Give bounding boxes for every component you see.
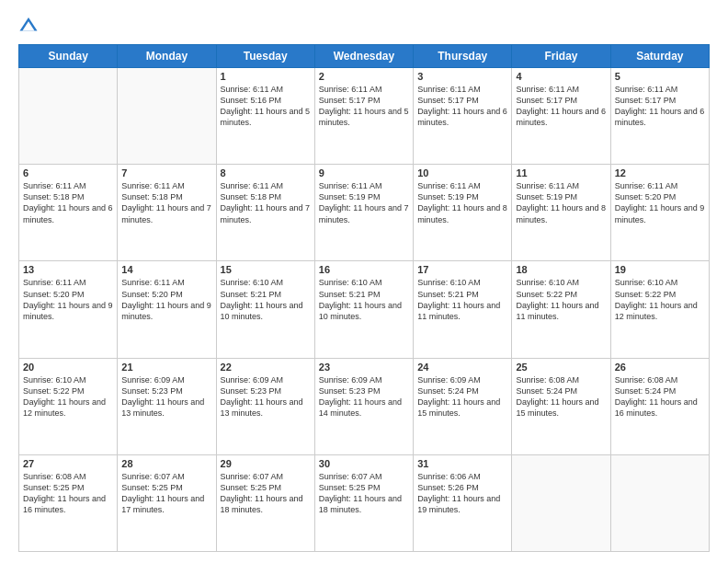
day-number: 7 bbox=[121, 167, 211, 178]
day-number: 22 bbox=[221, 362, 311, 373]
day-cell: 19Sunrise: 6:10 AM Sunset: 5:22 PM Dayli… bbox=[610, 261, 709, 358]
day-cell: 11Sunrise: 6:11 AM Sunset: 5:19 PM Dayli… bbox=[512, 165, 610, 261]
day-number: 1 bbox=[221, 71, 311, 82]
day-cell: 26Sunrise: 6:08 AM Sunset: 5:24 PM Dayli… bbox=[610, 358, 709, 454]
day-number: 5 bbox=[615, 71, 705, 82]
day-number: 17 bbox=[417, 264, 507, 275]
day-info: Sunrise: 6:08 AM Sunset: 5:25 PM Dayligh… bbox=[23, 471, 113, 516]
day-cell: 28Sunrise: 6:07 AM Sunset: 5:25 PM Dayli… bbox=[118, 454, 216, 551]
weekday-header-thursday: Thursday bbox=[414, 45, 512, 68]
day-number: 27 bbox=[23, 458, 113, 469]
day-info: Sunrise: 6:07 AM Sunset: 5:25 PM Dayligh… bbox=[221, 471, 311, 516]
weekday-header-tuesday: Tuesday bbox=[216, 45, 314, 68]
week-row-4: 20Sunrise: 6:10 AM Sunset: 5:22 PM Dayli… bbox=[19, 358, 710, 454]
day-info: Sunrise: 6:11 AM Sunset: 5:17 PM Dayligh… bbox=[319, 84, 409, 129]
day-number: 26 bbox=[615, 362, 705, 373]
day-number: 14 bbox=[121, 264, 211, 275]
day-cell: 3Sunrise: 6:11 AM Sunset: 5:17 PM Daylig… bbox=[414, 68, 512, 165]
day-number: 20 bbox=[23, 362, 113, 373]
day-cell: 2Sunrise: 6:11 AM Sunset: 5:17 PM Daylig… bbox=[314, 68, 413, 165]
day-number: 30 bbox=[319, 458, 409, 469]
week-row-1: 1Sunrise: 6:11 AM Sunset: 5:16 PM Daylig… bbox=[19, 68, 710, 165]
day-info: Sunrise: 6:11 AM Sunset: 5:18 PM Dayligh… bbox=[23, 180, 113, 225]
day-info: Sunrise: 6:11 AM Sunset: 5:19 PM Dayligh… bbox=[319, 180, 409, 225]
day-number: 28 bbox=[121, 458, 211, 469]
day-number: 12 bbox=[615, 167, 705, 178]
day-cell bbox=[118, 68, 216, 165]
day-cell: 17Sunrise: 6:10 AM Sunset: 5:21 PM Dayli… bbox=[414, 261, 512, 358]
logo-icon bbox=[18, 15, 39, 35]
day-info: Sunrise: 6:10 AM Sunset: 5:21 PM Dayligh… bbox=[417, 277, 507, 322]
day-cell bbox=[19, 68, 118, 165]
day-cell: 18Sunrise: 6:10 AM Sunset: 5:22 PM Dayli… bbox=[512, 261, 610, 358]
day-info: Sunrise: 6:11 AM Sunset: 5:19 PM Dayligh… bbox=[516, 180, 606, 225]
day-number: 11 bbox=[516, 167, 606, 178]
week-row-2: 6Sunrise: 6:11 AM Sunset: 5:18 PM Daylig… bbox=[19, 165, 710, 261]
day-number: 9 bbox=[319, 167, 409, 178]
day-cell: 12Sunrise: 6:11 AM Sunset: 5:20 PM Dayli… bbox=[610, 165, 709, 261]
week-row-5: 27Sunrise: 6:08 AM Sunset: 5:25 PM Dayli… bbox=[19, 454, 710, 551]
day-number: 29 bbox=[221, 458, 311, 469]
day-cell: 14Sunrise: 6:11 AM Sunset: 5:20 PM Dayli… bbox=[118, 261, 216, 358]
day-info: Sunrise: 6:10 AM Sunset: 5:22 PM Dayligh… bbox=[23, 374, 113, 419]
day-number: 23 bbox=[319, 362, 409, 373]
day-info: Sunrise: 6:11 AM Sunset: 5:16 PM Dayligh… bbox=[221, 84, 311, 129]
day-info: Sunrise: 6:08 AM Sunset: 5:24 PM Dayligh… bbox=[516, 374, 606, 419]
day-info: Sunrise: 6:11 AM Sunset: 5:19 PM Dayligh… bbox=[417, 180, 507, 225]
day-info: Sunrise: 6:11 AM Sunset: 5:20 PM Dayligh… bbox=[615, 180, 705, 225]
day-info: Sunrise: 6:09 AM Sunset: 5:23 PM Dayligh… bbox=[121, 374, 211, 419]
day-info: Sunrise: 6:11 AM Sunset: 5:17 PM Dayligh… bbox=[516, 84, 606, 129]
day-cell: 15Sunrise: 6:10 AM Sunset: 5:21 PM Dayli… bbox=[216, 261, 314, 358]
day-info: Sunrise: 6:11 AM Sunset: 5:20 PM Dayligh… bbox=[23, 277, 113, 322]
day-number: 8 bbox=[221, 167, 311, 178]
weekday-header-sunday: Sunday bbox=[19, 45, 118, 68]
day-cell: 21Sunrise: 6:09 AM Sunset: 5:23 PM Dayli… bbox=[118, 358, 216, 454]
day-info: Sunrise: 6:10 AM Sunset: 5:22 PM Dayligh… bbox=[516, 277, 606, 322]
weekday-header-friday: Friday bbox=[512, 45, 610, 68]
day-cell bbox=[610, 454, 709, 551]
day-number: 2 bbox=[319, 71, 409, 82]
day-info: Sunrise: 6:11 AM Sunset: 5:18 PM Dayligh… bbox=[221, 180, 311, 225]
weekday-header-monday: Monday bbox=[118, 45, 216, 68]
week-row-3: 13Sunrise: 6:11 AM Sunset: 5:20 PM Dayli… bbox=[19, 261, 710, 358]
day-info: Sunrise: 6:10 AM Sunset: 5:21 PM Dayligh… bbox=[319, 277, 409, 322]
day-info: Sunrise: 6:07 AM Sunset: 5:25 PM Dayligh… bbox=[121, 471, 211, 516]
calendar-table: SundayMondayTuesdayWednesdayThursdayFrid… bbox=[18, 44, 710, 552]
day-info: Sunrise: 6:09 AM Sunset: 5:23 PM Dayligh… bbox=[319, 374, 409, 419]
day-cell: 1Sunrise: 6:11 AM Sunset: 5:16 PM Daylig… bbox=[216, 68, 314, 165]
day-cell: 13Sunrise: 6:11 AM Sunset: 5:20 PM Dayli… bbox=[19, 261, 118, 358]
day-number: 4 bbox=[516, 71, 606, 82]
header bbox=[18, 15, 710, 35]
day-cell bbox=[512, 454, 610, 551]
day-number: 19 bbox=[615, 264, 705, 275]
weekday-header-wednesday: Wednesday bbox=[314, 45, 413, 68]
weekday-header-saturday: Saturday bbox=[610, 45, 709, 68]
day-number: 15 bbox=[221, 264, 311, 275]
day-info: Sunrise: 6:11 AM Sunset: 5:17 PM Dayligh… bbox=[417, 84, 507, 129]
page: SundayMondayTuesdayWednesdayThursdayFrid… bbox=[0, 0, 728, 563]
day-info: Sunrise: 6:11 AM Sunset: 5:18 PM Dayligh… bbox=[121, 180, 211, 225]
day-number: 31 bbox=[417, 458, 507, 469]
day-number: 3 bbox=[417, 71, 507, 82]
day-info: Sunrise: 6:11 AM Sunset: 5:20 PM Dayligh… bbox=[121, 277, 211, 322]
weekday-header-row: SundayMondayTuesdayWednesdayThursdayFrid… bbox=[19, 45, 710, 68]
day-cell: 16Sunrise: 6:10 AM Sunset: 5:21 PM Dayli… bbox=[314, 261, 413, 358]
day-cell: 20Sunrise: 6:10 AM Sunset: 5:22 PM Dayli… bbox=[19, 358, 118, 454]
day-number: 16 bbox=[319, 264, 409, 275]
day-cell: 23Sunrise: 6:09 AM Sunset: 5:23 PM Dayli… bbox=[314, 358, 413, 454]
day-number: 13 bbox=[23, 264, 113, 275]
day-cell: 6Sunrise: 6:11 AM Sunset: 5:18 PM Daylig… bbox=[19, 165, 118, 261]
day-info: Sunrise: 6:08 AM Sunset: 5:24 PM Dayligh… bbox=[615, 374, 705, 419]
day-cell: 7Sunrise: 6:11 AM Sunset: 5:18 PM Daylig… bbox=[118, 165, 216, 261]
day-cell: 8Sunrise: 6:11 AM Sunset: 5:18 PM Daylig… bbox=[216, 165, 314, 261]
day-number: 21 bbox=[121, 362, 211, 373]
day-cell: 9Sunrise: 6:11 AM Sunset: 5:19 PM Daylig… bbox=[314, 165, 413, 261]
day-cell: 30Sunrise: 6:07 AM Sunset: 5:25 PM Dayli… bbox=[314, 454, 413, 551]
day-cell: 25Sunrise: 6:08 AM Sunset: 5:24 PM Dayli… bbox=[512, 358, 610, 454]
day-cell: 5Sunrise: 6:11 AM Sunset: 5:17 PM Daylig… bbox=[610, 68, 709, 165]
day-cell: 10Sunrise: 6:11 AM Sunset: 5:19 PM Dayli… bbox=[414, 165, 512, 261]
day-info: Sunrise: 6:09 AM Sunset: 5:24 PM Dayligh… bbox=[417, 374, 507, 419]
day-number: 10 bbox=[417, 167, 507, 178]
logo bbox=[18, 15, 42, 35]
day-info: Sunrise: 6:11 AM Sunset: 5:17 PM Dayligh… bbox=[615, 84, 705, 129]
